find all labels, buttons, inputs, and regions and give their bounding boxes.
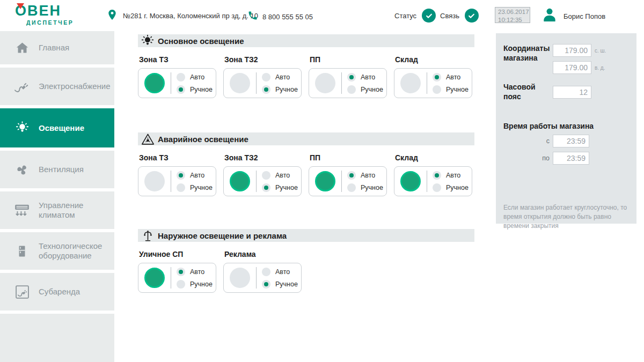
sidebar-item-bulb[interactable]: Освещение [0,108,114,147]
zone: Зона ТЗАвтоРучное [138,153,216,196]
sidebar-item-fridge[interactable]: Технологическое оборудование [0,232,114,270]
radio-icon[interactable] [433,85,441,94]
timezone-input[interactable] [553,86,591,99]
zone-name: ПП [310,153,387,162]
auto-mode-radio[interactable]: Авто [262,268,298,276]
card-divider [171,171,171,192]
auto-mode-label: Авто [190,172,204,179]
longitude-input[interactable] [553,61,591,74]
longitude-unit: в. д. [595,65,605,71]
card-divider [427,171,427,192]
radio-icon[interactable] [262,183,270,192]
fan-icon [13,162,31,177]
lamp-indicator [315,171,335,191]
sidebar-item-home[interactable]: Главная [0,31,114,64]
radio-icon[interactable] [177,183,185,192]
manual-mode-radio[interactable]: Ручное [177,183,213,192]
manual-mode-radio[interactable]: Ручное [347,183,383,192]
radio-icon[interactable] [433,183,441,192]
zone: Зона ТЗАвтоРучное [138,55,216,98]
current-date: 23.06.2017 [498,8,527,16]
radio-icon[interactable] [177,73,185,82]
phone-icon [247,10,258,23]
sidebar-item-label: Главная [39,43,69,53]
manual-mode-label: Ручное [275,280,298,288]
auto-mode-radio[interactable]: Авто [433,73,469,82]
open-time-input[interactable] [553,135,589,147]
sidebar-item-label: Субаренда [39,287,80,297]
manual-mode-radio[interactable]: Ручное [262,183,298,192]
radio-icon[interactable] [177,171,185,180]
zones-row: Зона ТЗАвтоРучноеЗона ТЗ2АвтоРучноеППАвт… [138,55,474,98]
manual-mode-label: Ручное [361,184,383,191]
manual-mode-radio[interactable]: Ручное [177,280,213,289]
section-header: Аварийное освещение [138,132,474,145]
card-divider [256,267,257,289]
radio-icon[interactable] [347,85,356,94]
sidebar-item-label: Освещение [39,123,84,133]
radio-icon[interactable] [177,280,185,289]
link-indicator: Связь [440,9,479,23]
settings-panel: Координаты магазина с. ш. в. д. Часовой … [496,33,636,224]
auto-mode-radio[interactable]: Авто [262,73,298,82]
radio-icon[interactable] [262,171,270,180]
climate-icon [13,203,31,218]
support-phone: 8 800 555 55 05 [247,10,313,23]
zone-card: АвтоРучное [223,263,302,293]
timezone-label: Часовой пояс [503,83,553,101]
auto-mode-radio[interactable]: Авто [347,171,383,180]
working-hours-label: Время работы магазина [503,122,629,130]
manual-mode-radio[interactable]: Ручное [433,85,469,94]
manual-mode-radio[interactable]: Ручное [262,280,298,289]
auto-mode-radio[interactable]: Авто [177,171,213,180]
section-warning: Аварийное освещениеЗона ТЗАвтоРучноеЗона… [138,132,474,196]
radio-icon[interactable] [262,73,270,82]
radio-icon[interactable] [177,85,185,94]
sidebar-item-plug[interactable]: Электроснабжение [0,68,114,105]
auto-mode-radio[interactable]: Авто [347,73,383,82]
radio-icon[interactable] [433,171,441,180]
manual-mode-label: Ручное [446,86,469,93]
radio-icon[interactable] [177,268,185,276]
sidebar-item-label: Управление климатом [39,201,114,220]
auto-mode-label: Авто [275,268,290,276]
zone: Зона ТЗ2АвтоРучное [223,153,302,196]
store-address: №281 г. Москва, Коломенский пр зд, д. 10 [123,12,258,20]
manual-mode-radio[interactable]: Ручное [262,85,298,94]
sidebar-item-fan[interactable]: Вентиляция [0,151,114,188]
auto-mode-radio[interactable]: Авто [177,268,213,276]
zone-name: Зона ТЗ [139,55,216,64]
close-time-input[interactable] [553,152,589,165]
radio-icon[interactable] [347,171,356,180]
manual-mode-radio[interactable]: Ручное [433,183,469,192]
zone: РекламаАвтоРучное [223,250,302,293]
radio-icon[interactable] [347,183,356,192]
radio-icon[interactable] [347,73,356,82]
app-logo[interactable]: ОВЕН ДИСПЕТЧЕР [15,4,74,26]
zone-card: АвтоРучное [223,166,302,196]
card-divider [171,267,171,289]
zone: СкладАвтоРучное [394,153,472,196]
auto-mode-radio[interactable]: Авто [177,73,213,82]
user-account[interactable]: Борис Попов [541,6,605,26]
manual-mode-radio[interactable]: Ручное [347,85,383,94]
zone-card: АвтоРучное [394,68,472,98]
manual-mode-radio[interactable]: Ручное [177,85,213,94]
card-divider [341,72,342,94]
auto-mode-label: Авто [275,73,290,81]
logo-brand-text: ОВЕН [15,4,74,18]
radio-icon[interactable] [262,268,270,276]
zone-name: Зона ТЗ2 [224,55,302,64]
card-divider [256,171,257,192]
sidebar-item-sublease[interactable]: Субаренда [0,273,114,311]
zone: Зона ТЗ2АвтоРучное [223,55,302,98]
auto-mode-radio[interactable]: Авто [433,171,469,180]
auto-mode-radio[interactable]: Авто [262,171,298,180]
radio-icon[interactable] [433,73,441,82]
plug-icon [13,80,31,93]
latitude-input[interactable] [553,44,591,57]
sidebar-item-climate[interactable]: Управление климатом [0,191,114,229]
radio-icon[interactable] [262,85,270,94]
radio-icon[interactable] [262,280,270,289]
lamp-indicator [230,268,250,288]
